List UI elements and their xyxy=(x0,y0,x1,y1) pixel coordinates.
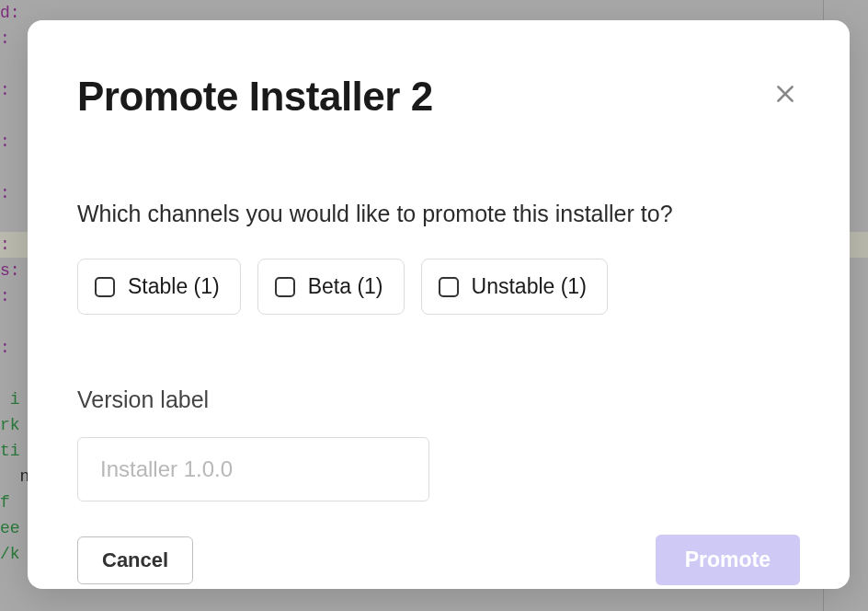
channel-option-unstable[interactable]: Unstable (1) xyxy=(421,259,608,315)
channel-prompt: Which channels you would like to promote… xyxy=(77,201,800,227)
code-fragment: d: xyxy=(0,4,20,22)
version-label-input[interactable] xyxy=(77,437,429,501)
modal-header: Promote Installer 2 xyxy=(77,74,800,120)
code-fragment: : xyxy=(0,81,10,99)
channel-options-row: Stable (1) Beta (1) Unstable (1) xyxy=(77,259,800,315)
code-fragment: ee xyxy=(0,519,20,537)
checkbox-icon xyxy=(439,277,459,297)
checkbox-icon xyxy=(275,277,295,297)
channel-label: Stable (1) xyxy=(128,274,220,299)
cancel-button[interactable]: Cancel xyxy=(77,536,193,584)
code-fragment: i xyxy=(0,390,20,409)
code-fragment: n xyxy=(0,467,29,486)
close-button[interactable] xyxy=(771,79,800,109)
channel-label: Beta (1) xyxy=(308,274,383,299)
code-fragment: f xyxy=(0,493,10,512)
code-fragment: : xyxy=(0,184,10,202)
close-icon xyxy=(773,82,797,106)
code-fragment: rk xyxy=(0,416,20,434)
code-fragment: : xyxy=(0,236,10,254)
code-fragment: : xyxy=(0,29,10,48)
code-fragment: : xyxy=(0,287,10,306)
channel-label: Unstable (1) xyxy=(472,274,587,299)
code-fragment: s: xyxy=(0,261,20,280)
promote-button[interactable]: Promote xyxy=(656,535,800,585)
promote-installer-modal: Promote Installer 2 Which channels you w… xyxy=(28,20,850,589)
channel-option-beta[interactable]: Beta (1) xyxy=(257,259,405,315)
code-fragment: : xyxy=(0,339,10,357)
code-fragment: /k xyxy=(0,545,20,563)
code-fragment: ti xyxy=(0,442,20,460)
checkbox-icon xyxy=(95,277,115,297)
modal-footer: Cancel Promote xyxy=(77,535,800,585)
version-label: Version label xyxy=(77,386,800,413)
code-fragment: : xyxy=(0,133,10,151)
channel-option-stable[interactable]: Stable (1) xyxy=(77,259,241,315)
modal-title: Promote Installer 2 xyxy=(77,74,433,120)
